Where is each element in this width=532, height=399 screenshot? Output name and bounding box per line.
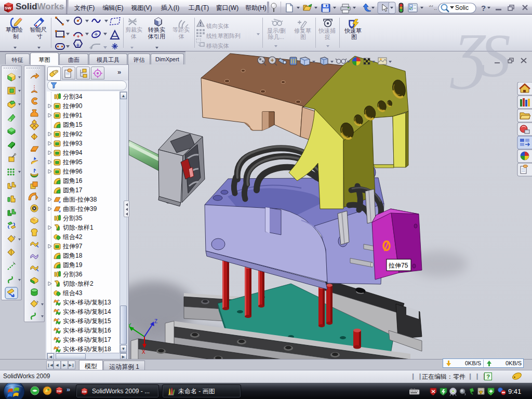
svg-text:X: X (142, 349, 145, 355)
svg-text:拉伸75: 拉伸75 (388, 262, 408, 269)
svg-text:Y: Y (129, 323, 131, 328)
svg-text:SW: SW (82, 390, 87, 393)
svg-text:⺍..: ⺍.. (428, 5, 437, 11)
svg-text:Z: Z (154, 318, 157, 324)
svg-text:SW: SW (57, 390, 62, 393)
svg-text:Solic: Solic (455, 4, 469, 11)
svg-text:SW: SW (5, 6, 11, 10)
svg-text:!: ! (480, 392, 481, 395)
svg-text:?: ? (481, 4, 486, 12)
